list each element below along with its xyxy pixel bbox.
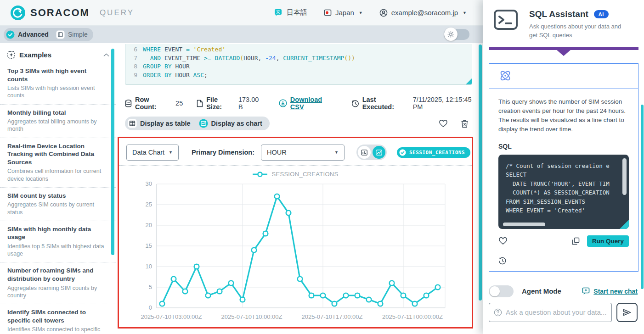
run-query-button[interactable]: Run Query [587, 235, 629, 247]
display-as-chart[interactable]: Display as chart [199, 119, 262, 128]
check-circle-icon [6, 30, 15, 39]
main-scrollbar[interactable] [479, 45, 482, 301]
table-icon [128, 119, 137, 128]
code-vertical-scrollbar[interactable] [622, 158, 627, 195]
example-title: Top 3 SIMs with high event counts [7, 67, 108, 83]
chart-type-value: Data Chart [132, 149, 164, 156]
assistant-code-line: COUNT(*) AS SESSION_CREATION [506, 188, 621, 197]
copy-sql-button[interactable] [572, 237, 580, 245]
check-circle-icon [399, 149, 406, 156]
code-resize-handle[interactable] [620, 220, 629, 229]
send-button[interactable] [616, 303, 638, 322]
sidebar-scrollbar[interactable] [111, 49, 114, 255]
favorite-query-button[interactable] [439, 119, 448, 128]
assistant-scrollbar[interactable] [641, 105, 644, 289]
row-count-value: 25 [175, 100, 183, 107]
sidebar-example-item[interactable]: Monthly billing totalAggregates total bi… [0, 105, 116, 138]
svg-text:2025-07-10T10:00:00Z: 2025-07-10T10:00:00Z [221, 313, 282, 320]
assistant-action-row: Run Query [498, 235, 629, 247]
assistant-callout-pointer [557, 50, 571, 56]
mode-simple[interactable]: Simple [56, 30, 88, 39]
display-mode-toggle: Display as table Display as chart [125, 117, 270, 130]
history-icon[interactable] [498, 257, 629, 265]
line-chart-toggle-button[interactable] [373, 146, 385, 159]
editor-line: 8GROUP BY HOUR [127, 62, 467, 71]
display-mode-row: Display as table Display as chart [125, 117, 472, 130]
caret-down-icon: ▼ [463, 11, 467, 15]
japan-flag-icon [324, 9, 332, 17]
bar-chart-toggle-button[interactable] [358, 146, 371, 159]
download-csv-link[interactable]: Download CSV [290, 96, 338, 111]
assistant-header-text: SQL Assistant AI Ask questions about you… [529, 9, 628, 40]
sidebar-example-item[interactable]: SIM count by statusAggregates SIM counts… [0, 188, 116, 221]
assistant-code-line: /* Count of session creation e [506, 161, 621, 171]
download-csv[interactable]: Download CSV [279, 96, 338, 111]
svg-text:10: 10 [146, 263, 152, 270]
example-title: SIMs with high monthly data usage [7, 225, 108, 241]
chart-card-highlighted: Data Chart ▼ Primary Dimension: HOUR ▼ [118, 137, 473, 328]
new-chat-icon [582, 287, 590, 295]
trash-icon [461, 119, 469, 128]
soracom-logo-icon [10, 5, 26, 21]
example-title: Number of roaming SIMs and distribution … [7, 267, 108, 283]
heart-icon [498, 237, 508, 245]
legend-marker-icon [252, 172, 268, 177]
agent-mode-toggle[interactable] [489, 285, 514, 297]
svg-text:5: 5 [149, 284, 152, 290]
file-icon [197, 100, 203, 107]
favorite-suggestion-button[interactable] [498, 237, 508, 245]
agent-mode-row: Agent Mode Start new chat [489, 285, 638, 297]
caret-down-icon: ▼ [169, 150, 173, 155]
assistant-sql-code-block[interactable]: /* Count of session creation eSELECT DAT… [498, 155, 629, 229]
example-description: Identifies SIMs connected to specific ar… [7, 326, 108, 334]
language-selector[interactable]: 日本語 [274, 8, 307, 17]
assistant-history-row [498, 257, 629, 265]
mode-advanced[interactable]: Advanced [6, 30, 49, 39]
main-column: SORACOM QUERY 日本語 Japa [0, 0, 483, 334]
caret-down-icon: ▼ [359, 11, 363, 15]
example-description: Aggregates SIM counts by current status [7, 201, 108, 216]
examples-title: Examples [19, 51, 51, 59]
delete-result-button[interactable] [461, 119, 469, 128]
file-size-value: 173.00 B [238, 96, 265, 111]
account-label: example@soracom.jp [391, 9, 458, 17]
chart-legend: SESSION_CREATIONS [119, 171, 472, 178]
account-menu[interactable]: example@soracom.jp ▼ [379, 9, 467, 17]
ask-question-input[interactable] [506, 308, 607, 316]
sidebar-example-item[interactable]: Identify SIMs connected to specific cell… [0, 304, 116, 334]
sidebar-example-item[interactable]: Real-time Device Location Tracking with … [0, 138, 116, 188]
clock-icon [351, 100, 359, 107]
assistant-title: SQL Assistant [529, 9, 588, 19]
caret-down-icon: ▼ [334, 150, 339, 155]
sidebar-example-item[interactable]: Top 3 SIMs with high event countsLists S… [0, 63, 116, 105]
region-selector[interactable]: Japan ▼ [324, 9, 363, 17]
code-horizontal-scrollbar[interactable] [503, 223, 545, 226]
sql-section-label: SQL [498, 143, 629, 150]
example-description: Combines cell information for current de… [7, 167, 108, 183]
sidebar-example-item[interactable]: Number of roaming SIMs and distribution … [0, 262, 116, 304]
example-description: Lists SIMs with high session event count… [7, 84, 108, 100]
display-as-table[interactable]: Display as table [128, 119, 191, 128]
sql-editor[interactable]: 6WHERE EVENT = 'Created'7 AND EVENT_TIME… [125, 44, 472, 85]
language-label: 日本語 [287, 8, 307, 17]
theme-toggle[interactable] [444, 29, 469, 40]
sun-icon [447, 31, 454, 38]
primary-dimension-select[interactable]: HOUR ▼ [261, 145, 345, 161]
chart-type-select[interactable]: Data Chart ▼ [126, 145, 179, 161]
examples-section-header[interactable]: Examples [0, 47, 116, 63]
editor-line: 6WHERE EVENT = 'Created' [127, 45, 467, 54]
assistant-response-card: This query shows the number of SIM sessi… [489, 63, 638, 272]
assistant-callout-bar [489, 47, 638, 50]
row-count-label: Row Count: [135, 96, 172, 111]
terminal-icon [493, 9, 518, 30]
series-pill-label: SESSION_CREATIONS [409, 150, 465, 156]
editor-resize-handle[interactable] [466, 78, 472, 84]
sidebar-example-item[interactable]: SIMs with high monthly data usageIdentif… [0, 221, 116, 263]
ai-badge: AI [594, 10, 609, 18]
brand[interactable]: SORACOM QUERY [10, 5, 134, 21]
query-workspace: 6WHERE EVENT = 'Created'7 AND EVENT_TIME… [116, 43, 483, 334]
chart-style-toggle [356, 145, 387, 160]
start-new-chat-link[interactable]: Start new chat [582, 287, 638, 295]
copy-icon [572, 237, 580, 245]
series-pill-session-creations[interactable]: SESSION_CREATIONS [397, 147, 470, 158]
